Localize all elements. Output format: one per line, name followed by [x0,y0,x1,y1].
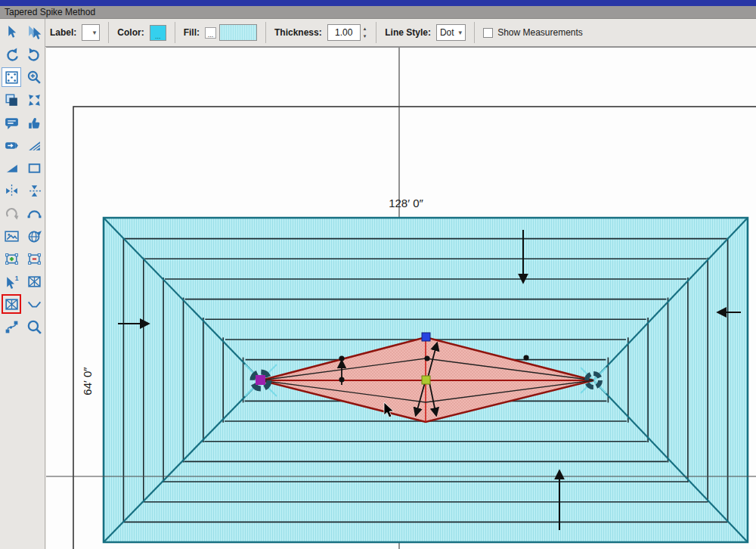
show-measurements-checkbox[interactable] [483,28,493,38]
window-accent-strip [0,0,756,6]
comment-icon[interactable] [2,113,21,132]
color-field-caption: Color: [117,27,144,38]
move-tool-icon[interactable] [2,67,21,87]
fan-slope-icon[interactable] [24,135,44,155]
flip-horizontal-icon[interactable] [2,181,21,200]
left-drain-handle[interactable] [256,375,265,385]
toolbar-separator [175,22,175,43]
height-dimension-label: 64′ 0″ [81,367,94,395]
spinner-down-icon[interactable]: ▾ [362,33,368,40]
rotate-icon[interactable] [2,203,21,223]
multi-select-cursor-icon[interactable] [24,22,44,42]
show-measurements-label: Show Measurements [497,27,583,38]
thickness-input[interactable] [327,24,361,41]
line-style-dropdown[interactable]: Dot ▾ [436,24,466,41]
chevron-down-icon: ▾ [93,29,97,36]
collapse-arrows-icon[interactable] [24,90,44,110]
tool-sidebar: 1 [0,19,45,549]
toolbar-separator [474,22,475,43]
spike-vertex-handle[interactable] [422,333,430,341]
fill-picker-button[interactable]: ... [205,27,216,39]
roof-plan-drawing[interactable]: 128′ 0″ 64′ 0″ [46,48,756,549]
color-picker-button[interactable]: ... [150,25,166,41]
width-dimension-label: 128′ 0″ [389,197,423,209]
undo-icon[interactable] [2,45,21,64]
globe-icon[interactable] [24,226,44,246]
spike-center-handle[interactable] [422,376,430,384]
select-cursor-icon[interactable] [2,22,21,42]
application-window: Tapered Spike Method Label: ▾ Color: ...… [0,0,756,549]
crosshatch-box-icon[interactable] [24,271,44,291]
spinner-up-icon[interactable]: ▴ [362,25,368,33]
image-icon[interactable] [2,226,21,246]
thickness-field-caption: Thickness: [274,27,322,38]
polygon-subtract-icon[interactable] [24,249,44,268]
title-bar[interactable]: Tapered Spike Method [0,6,756,19]
label-field-caption: Label: [50,27,76,38]
toolbar-separator [108,22,109,43]
tapered-spike-tool-icon[interactable] [2,294,21,314]
slope-triangle-icon[interactable] [2,158,21,178]
redo-icon[interactable] [24,45,44,64]
fill-swatch[interactable] [219,24,257,41]
add-nodes-icon[interactable] [2,317,21,337]
label-dropdown[interactable]: ▾ [82,24,100,41]
arc-icon[interactable] [24,203,44,223]
line-style-value: Dot [440,27,454,38]
toolbar: Label: ▾ Color: ... Fill: ... Thickness:… [0,19,756,47]
drawing-canvas[interactable]: 128′ 0″ 64′ 0″ [46,47,756,549]
rectangle-icon[interactable] [24,158,44,178]
svg-text:1: 1 [14,274,18,282]
copy-icon[interactable] [2,90,21,110]
polygon-add-icon[interactable] [2,249,21,268]
toolbar-separator [376,22,376,43]
window-title: Tapered Spike Method [5,7,95,17]
chevron-down-icon: ▾ [459,29,463,36]
flip-vertical-icon[interactable] [24,181,44,200]
thumbs-up-icon[interactable] [24,113,44,132]
zoom-in-icon[interactable] [24,67,44,87]
search-icon[interactable] [24,317,44,337]
line-style-field-caption: Line Style: [385,27,431,38]
thickness-spinner[interactable]: ▴ ▾ [362,25,368,40]
fill-field-caption: Fill: [184,27,200,38]
pointer-number-icon[interactable]: 1 [2,271,21,291]
tag-export-icon[interactable] [2,135,21,155]
toolbar-separator [265,22,266,43]
valley-icon[interactable] [24,294,44,314]
